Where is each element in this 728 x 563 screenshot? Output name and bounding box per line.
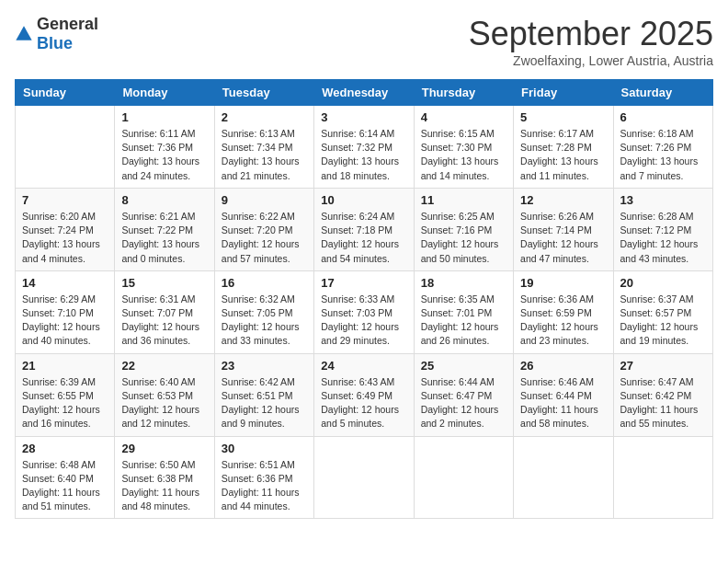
day-number: 15 [121, 276, 207, 290]
day-info: Sunrise: 6:14 AMSunset: 7:32 PMDaylight:… [321, 127, 406, 183]
logo-text: General Blue [37, 15, 98, 53]
calendar-cell: 5Sunrise: 6:17 AMSunset: 7:28 PMDaylight… [514, 106, 613, 189]
calendar-cell: 19Sunrise: 6:36 AMSunset: 6:59 PMDayligh… [514, 270, 613, 353]
day-info: Sunrise: 6:37 AMSunset: 6:57 PMDaylight:… [620, 293, 706, 349]
calendar-table: SundayMondayTuesdayWednesdayThursdayFrid… [15, 79, 713, 519]
calendar-cell: 3Sunrise: 6:14 AMSunset: 7:32 PMDaylight… [314, 106, 414, 189]
calendar-header-row: SundayMondayTuesdayWednesdayThursdayFrid… [16, 80, 713, 106]
calendar-location: Zwoelfaxing, Lower Austria, Austria [469, 53, 713, 68]
calendar-cell: 9Sunrise: 6:22 AMSunset: 7:20 PMDaylight… [214, 188, 313, 270]
calendar-cell: 25Sunrise: 6:44 AMSunset: 6:47 PMDayligh… [414, 353, 513, 436]
day-info: Sunrise: 6:33 AMSunset: 7:03 PMDaylight:… [321, 293, 406, 349]
logo-general: General [37, 15, 98, 33]
calendar-cell: 2Sunrise: 6:13 AMSunset: 7:34 PMDaylight… [214, 106, 313, 189]
day-number: 8 [121, 193, 207, 207]
day-info: Sunrise: 6:17 AMSunset: 7:28 PMDaylight:… [520, 127, 606, 183]
week-row-5: 28Sunrise: 6:48 AMSunset: 6:40 PMDayligh… [16, 436, 713, 519]
calendar-cell: 21Sunrise: 6:39 AMSunset: 6:55 PMDayligh… [16, 353, 115, 436]
day-number: 24 [321, 359, 406, 373]
calendar-cell: 22Sunrise: 6:40 AMSunset: 6:53 PMDayligh… [115, 353, 214, 436]
day-number: 26 [520, 359, 606, 373]
day-info: Sunrise: 6:25 AMSunset: 7:16 PMDaylight:… [421, 210, 506, 266]
day-info: Sunrise: 6:50 AMSunset: 6:38 PMDaylight:… [121, 458, 207, 514]
calendar-cell: 23Sunrise: 6:42 AMSunset: 6:51 PMDayligh… [214, 353, 313, 436]
day-info: Sunrise: 6:39 AMSunset: 6:55 PMDaylight:… [22, 375, 108, 431]
week-row-4: 21Sunrise: 6:39 AMSunset: 6:55 PMDayligh… [16, 353, 713, 436]
weekday-header-tuesday: Tuesday [214, 80, 313, 106]
day-info: Sunrise: 6:46 AMSunset: 6:44 PMDaylight:… [520, 375, 606, 431]
weekday-header-thursday: Thursday [414, 80, 513, 106]
day-number: 4 [421, 110, 506, 124]
page-header: General Blue September 2025 Zwoelfaxing,… [15, 15, 713, 68]
day-info: Sunrise: 6:32 AMSunset: 7:05 PMDaylight:… [222, 293, 307, 349]
weekday-header-sunday: Sunday [16, 80, 115, 106]
calendar-cell: 11Sunrise: 6:25 AMSunset: 7:16 PMDayligh… [414, 188, 513, 270]
calendar-cell [16, 106, 115, 189]
day-number: 27 [620, 359, 706, 373]
day-number: 1 [121, 110, 207, 124]
weekday-header-saturday: Saturday [613, 80, 712, 106]
logo: General Blue [15, 15, 98, 53]
day-number: 2 [222, 110, 307, 124]
week-row-3: 14Sunrise: 6:29 AMSunset: 7:10 PMDayligh… [16, 270, 713, 353]
calendar-cell: 18Sunrise: 6:35 AMSunset: 7:01 PMDayligh… [414, 270, 513, 353]
logo-icon [15, 25, 33, 43]
day-number: 30 [222, 442, 307, 455]
day-info: Sunrise: 6:20 AMSunset: 7:24 PMDaylight:… [22, 210, 108, 266]
calendar-cell [514, 436, 613, 519]
week-row-2: 7Sunrise: 6:20 AMSunset: 7:24 PMDaylight… [16, 188, 713, 270]
day-info: Sunrise: 6:26 AMSunset: 7:14 PMDaylight:… [520, 210, 606, 266]
weekday-header-wednesday: Wednesday [314, 80, 414, 106]
calendar-cell: 13Sunrise: 6:28 AMSunset: 7:12 PMDayligh… [613, 188, 712, 270]
calendar-cell: 4Sunrise: 6:15 AMSunset: 7:30 PMDaylight… [414, 106, 513, 189]
day-number: 22 [121, 359, 207, 373]
day-number: 20 [620, 276, 706, 290]
day-info: Sunrise: 6:21 AMSunset: 7:22 PMDaylight:… [121, 210, 207, 266]
day-info: Sunrise: 6:48 AMSunset: 6:40 PMDaylight:… [22, 458, 108, 514]
day-info: Sunrise: 6:35 AMSunset: 7:01 PMDaylight:… [421, 293, 506, 349]
day-info: Sunrise: 6:24 AMSunset: 7:18 PMDaylight:… [321, 210, 406, 266]
calendar-cell [613, 436, 712, 519]
day-number: 14 [22, 276, 108, 290]
calendar-cell: 17Sunrise: 6:33 AMSunset: 7:03 PMDayligh… [314, 270, 414, 353]
day-number: 23 [222, 359, 307, 373]
day-info: Sunrise: 6:44 AMSunset: 6:47 PMDaylight:… [421, 375, 506, 431]
day-number: 13 [620, 193, 706, 207]
logo-blue: Blue [37, 34, 73, 52]
day-number: 10 [321, 193, 406, 207]
day-number: 5 [520, 110, 606, 124]
calendar-cell: 26Sunrise: 6:46 AMSunset: 6:44 PMDayligh… [514, 353, 613, 436]
day-info: Sunrise: 6:29 AMSunset: 7:10 PMDaylight:… [22, 293, 108, 349]
day-number: 19 [520, 276, 606, 290]
day-number: 6 [620, 110, 706, 124]
calendar-cell: 12Sunrise: 6:26 AMSunset: 7:14 PMDayligh… [514, 188, 613, 270]
day-info: Sunrise: 6:36 AMSunset: 6:59 PMDaylight:… [520, 293, 606, 349]
day-number: 29 [121, 442, 207, 455]
weekday-header-friday: Friday [514, 80, 613, 106]
calendar-cell: 27Sunrise: 6:47 AMSunset: 6:42 PMDayligh… [613, 353, 712, 436]
day-number: 11 [421, 193, 506, 207]
day-number: 17 [321, 276, 406, 290]
calendar-cell: 14Sunrise: 6:29 AMSunset: 7:10 PMDayligh… [16, 270, 115, 353]
day-number: 12 [520, 193, 606, 207]
calendar-cell: 8Sunrise: 6:21 AMSunset: 7:22 PMDaylight… [115, 188, 214, 270]
calendar-cell: 1Sunrise: 6:11 AMSunset: 7:36 PMDaylight… [115, 106, 214, 189]
day-info: Sunrise: 6:42 AMSunset: 6:51 PMDaylight:… [222, 375, 307, 431]
calendar-cell: 16Sunrise: 6:32 AMSunset: 7:05 PMDayligh… [214, 270, 313, 353]
day-info: Sunrise: 6:40 AMSunset: 6:53 PMDaylight:… [121, 375, 207, 431]
calendar-cell: 15Sunrise: 6:31 AMSunset: 7:07 PMDayligh… [115, 270, 214, 353]
day-info: Sunrise: 6:15 AMSunset: 7:30 PMDaylight:… [421, 127, 506, 183]
day-number: 21 [22, 359, 108, 373]
day-info: Sunrise: 6:11 AMSunset: 7:36 PMDaylight:… [121, 127, 207, 183]
svg-marker-0 [16, 26, 31, 40]
day-info: Sunrise: 6:47 AMSunset: 6:42 PMDaylight:… [620, 375, 706, 431]
day-info: Sunrise: 6:28 AMSunset: 7:12 PMDaylight:… [620, 210, 706, 266]
day-number: 3 [321, 110, 406, 124]
calendar-cell: 29Sunrise: 6:50 AMSunset: 6:38 PMDayligh… [115, 436, 214, 519]
calendar-cell: 28Sunrise: 6:48 AMSunset: 6:40 PMDayligh… [16, 436, 115, 519]
day-info: Sunrise: 6:31 AMSunset: 7:07 PMDaylight:… [121, 293, 207, 349]
day-number: 9 [222, 193, 307, 207]
day-number: 18 [421, 276, 506, 290]
calendar-cell [314, 436, 414, 519]
day-info: Sunrise: 6:18 AMSunset: 7:26 PMDaylight:… [620, 127, 706, 183]
